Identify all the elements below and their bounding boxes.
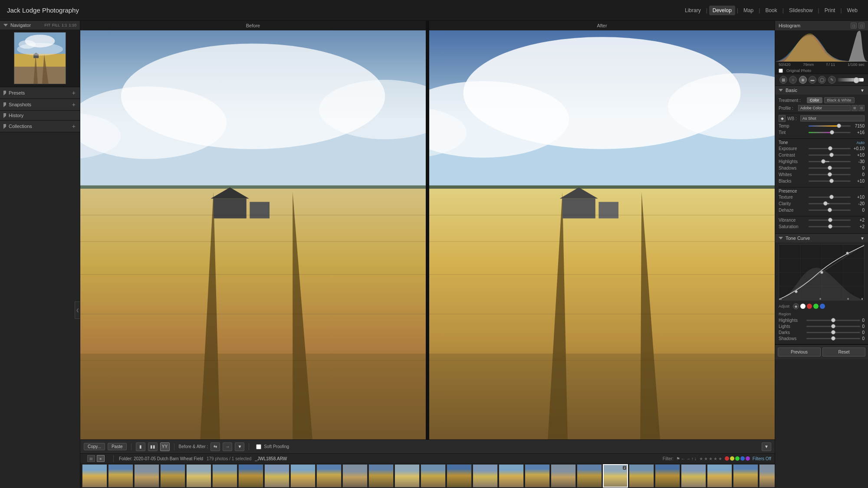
nav-develop[interactable]: Develop	[709, 6, 735, 15]
film-thumb[interactable]	[499, 464, 524, 488]
curve-red-btn[interactable]	[807, 304, 812, 309]
film-thumb[interactable]	[733, 464, 758, 488]
snapshots-header[interactable]: Snapshots +	[0, 99, 80, 110]
film-thumb[interactable]	[342, 464, 368, 488]
copy-to-btn[interactable]: →	[223, 442, 232, 451]
navigator-thumbnail[interactable]	[14, 32, 66, 84]
tone-curve-expand[interactable]: ▼	[860, 236, 865, 241]
navigator-header[interactable]: Navigator FIT FILL 1:1 1:10	[0, 21, 80, 29]
shadows-thumb[interactable]	[828, 166, 832, 170]
more-options-btn[interactable]: ▼	[235, 442, 244, 451]
histogram-highlight-clip[interactable]: ◻	[858, 23, 865, 29]
filename[interactable]: _JWL1858.ARW	[255, 456, 287, 461]
before-after-split-btn[interactable]: YY	[160, 442, 170, 451]
clarity-thumb[interactable]	[823, 201, 828, 206]
color-blue[interactable]	[740, 456, 745, 461]
color-purple[interactable]	[746, 456, 750, 461]
radial-tool[interactable]: ◯	[818, 76, 826, 84]
nav-book[interactable]: Book	[762, 6, 780, 15]
paste-button[interactable]: Paste	[108, 443, 127, 450]
film-thumb[interactable]	[447, 464, 472, 488]
film-thumb[interactable]	[551, 464, 576, 488]
film-thumb[interactable]: 2	[603, 464, 628, 488]
film-thumb[interactable]	[681, 464, 706, 488]
redeye-tool[interactable]: ◉	[799, 76, 807, 84]
film-thumb[interactable]	[421, 464, 446, 488]
profile-list-icon[interactable]: ▧	[858, 105, 865, 111]
whites-thumb[interactable]	[828, 172, 832, 177]
film-thumb[interactable]	[238, 464, 263, 488]
film-thumb[interactable]	[134, 464, 159, 488]
color-yellow[interactable]	[730, 456, 734, 461]
basic-expand[interactable]: ▼	[860, 88, 865, 93]
color-green[interactable]	[735, 456, 740, 461]
nav-print[interactable]: Print	[821, 6, 839, 15]
panel-toggle-btn[interactable]: ▼	[762, 442, 771, 451]
gradient-tool[interactable]: ▬	[809, 76, 816, 84]
film-thumb[interactable]	[368, 464, 394, 488]
wb-select[interactable]: As Shot	[800, 115, 865, 121]
nav-zoom[interactable]: 1:10	[69, 23, 76, 27]
exposure-thumb[interactable]	[828, 146, 832, 151]
single-view-btn[interactable]: ▮	[136, 442, 145, 451]
blacks-thumb[interactable]	[829, 179, 834, 183]
film-thumb[interactable]	[316, 464, 342, 488]
filter-next[interactable]: →	[686, 456, 690, 461]
histogram-shadow-clip[interactable]: ◻	[851, 23, 857, 29]
loupe-view-icon[interactable]: ■	[97, 455, 105, 462]
curve-point-btn[interactable]: ◆	[793, 303, 799, 309]
film-thumb[interactable]	[186, 464, 211, 488]
film-thumb[interactable]	[759, 464, 775, 488]
tone-curve-header[interactable]: Tone Curve ▼	[775, 234, 868, 242]
star-5[interactable]: ★	[718, 456, 722, 461]
previous-button[interactable]: Previous	[778, 347, 821, 357]
after-photo-panel[interactable]	[429, 30, 775, 439]
contrast-thumb[interactable]	[829, 153, 834, 157]
star-2[interactable]: ★	[704, 456, 708, 461]
film-thumb[interactable]	[290, 464, 316, 488]
snapshots-add-btn[interactable]: +	[71, 101, 76, 108]
curve-blue-btn[interactable]	[820, 304, 825, 309]
presets-header[interactable]: Presets +	[0, 87, 80, 98]
film-thumb[interactable]	[525, 464, 550, 488]
film-thumb[interactable]	[108, 464, 133, 488]
filter-sort-asc[interactable]: ↑	[691, 456, 694, 461]
film-thumb[interactable]	[82, 464, 107, 488]
star-3[interactable]: ★	[709, 456, 713, 461]
auto-btn[interactable]: Auto	[856, 141, 865, 145]
film-thumb[interactable]	[264, 464, 289, 488]
profile-grid-icon[interactable]: ▦	[852, 105, 858, 111]
film-thumb[interactable]	[629, 464, 654, 488]
star-1[interactable]: ★	[699, 456, 703, 461]
brush-tool[interactable]: ✎	[828, 76, 836, 84]
before-photo-panel[interactable]	[80, 30, 426, 439]
film-thumb[interactable]	[707, 464, 732, 488]
texture-thumb[interactable]	[829, 195, 834, 199]
star-4[interactable]: ★	[713, 456, 717, 461]
film-thumb[interactable]	[212, 464, 237, 488]
nav-slideshow[interactable]: Slideshow	[786, 6, 816, 15]
grid-view-icon[interactable]: ▤	[87, 455, 95, 462]
swap-btn[interactable]: ⇆	[210, 442, 220, 451]
nav-fit[interactable]: FIT	[44, 23, 50, 27]
bw-btn[interactable]: Black & White	[824, 97, 855, 103]
color-btn[interactable]: Color	[807, 97, 822, 103]
copy-button[interactable]: Copy...	[84, 443, 105, 450]
vibrance-thumb[interactable]	[828, 218, 832, 222]
color-red[interactable]	[725, 456, 729, 461]
nav-web[interactable]: Web	[844, 6, 861, 15]
saturation-thumb[interactable]	[828, 224, 832, 229]
reset-button[interactable]: Reset	[822, 347, 865, 357]
film-thumb[interactable]	[395, 464, 420, 488]
tint-thumb[interactable]	[830, 130, 834, 134]
film-thumb[interactable]	[160, 464, 185, 488]
presets-add-btn[interactable]: +	[71, 89, 76, 96]
filter-prev[interactable]: ←	[681, 456, 685, 461]
nav-map[interactable]: Map	[740, 6, 757, 15]
tc-darks-thumb[interactable]	[831, 330, 835, 334]
dehaze-thumb[interactable]	[828, 208, 832, 212]
left-panel-expand[interactable]: ❮	[75, 301, 80, 319]
original-photo-checkbox[interactable]	[779, 69, 783, 73]
tc-highlights-thumb[interactable]	[831, 318, 835, 322]
filter-flag[interactable]: ⚑	[676, 456, 680, 461]
